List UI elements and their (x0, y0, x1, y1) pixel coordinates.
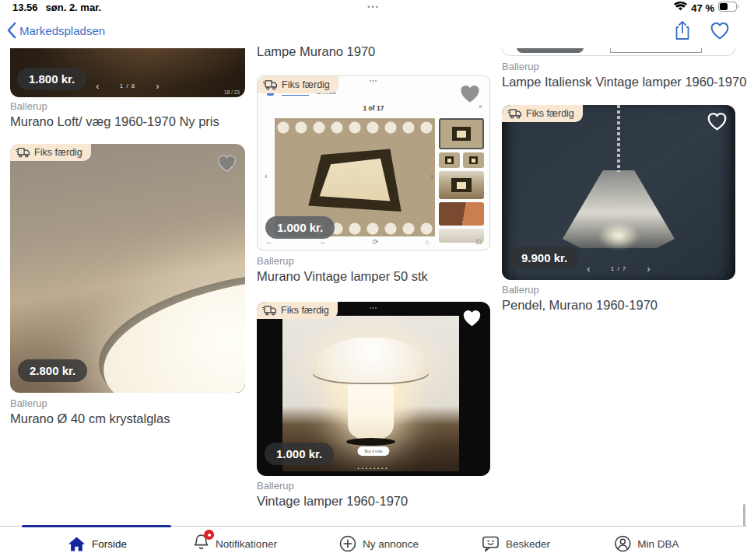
fiks-faerdig-badge: Fiks færdig (258, 76, 338, 93)
home-indicator-dots-icon: ••• (367, 3, 379, 11)
favorite-heart-button[interactable] (461, 308, 482, 331)
tab-label: Notifikationer (216, 538, 277, 550)
clock: 13.56 (12, 2, 38, 13)
lamp-base (346, 438, 396, 446)
favorite-heart-button[interactable] (707, 111, 728, 134)
tab-label: Forside (92, 538, 127, 550)
favorites-heart-button[interactable] (710, 21, 730, 43)
cut-button (610, 48, 702, 53)
browser-toolbar: ← → ⟳ ⌂ ⊡ (265, 238, 482, 246)
cut-price-badge (517, 48, 584, 53)
navigation-bar: Markedspladsen (0, 16, 747, 48)
clock-and-date: 13.56søn. 2. mar. (12, 2, 101, 13)
listing-location: Ballerup (10, 397, 170, 409)
browser-forward-icon: → (319, 238, 326, 246)
listing-title: Murano Ø 40 cm krystalglas (10, 411, 170, 425)
plus-circle-icon (339, 535, 356, 552)
lamp-dome (313, 338, 430, 383)
fiks-faerdig-label: Fiks færdig (281, 305, 329, 316)
tab-label: Ny annonce (363, 538, 419, 550)
profile-icon (614, 535, 631, 552)
date: søn. 2. mar. (46, 2, 102, 13)
listing-image-lamper-50-stk[interactable]: ••• DEUTSCH DANSK 1 of 17 × ‹ › (257, 75, 490, 250)
status-bar: 13.56søn. 2. mar. ••• 47 % (0, 0, 747, 16)
listing-title: Pendel, Murano 1960-1970 (502, 298, 658, 312)
fiks-faerdig-label: Fiks færdig (526, 108, 574, 119)
thumbnail (439, 202, 484, 226)
tab-beskeder[interactable]: Beskeder (482, 527, 550, 560)
thumbnail (439, 118, 484, 149)
share-button[interactable] (674, 20, 691, 44)
listing-meta-italiensk[interactable]: Ballerup Lampe Italiensk Vintage lamper … (502, 61, 746, 89)
tab-min-dba[interactable]: Min DBA (614, 527, 679, 560)
thumbnail-strip (439, 118, 484, 243)
carousel-prev-icon[interactable]: ‹ (587, 264, 590, 274)
wifi-icon (674, 2, 687, 14)
battery-percent: 47 % (691, 2, 714, 14)
buy-it-now-button: Buy it now (357, 446, 389, 456)
listing-title: Lampe Murano 1970 (257, 44, 375, 58)
price-badge: 9.900 kr. (510, 247, 579, 269)
carousel-next-icon[interactable]: › (156, 81, 159, 91)
photo-counter: 18 / 23 (224, 89, 240, 95)
browser-reload-icon: ⟳ (373, 238, 379, 246)
listing-meta-lampe-murano[interactable]: Lampe Murano 1970 (257, 44, 375, 59)
listing-meta-krystalglas[interactable]: Ballerup Murano Ø 40 cm krystalglas (10, 397, 170, 426)
notification-badge (204, 530, 214, 540)
browser-back-icon: ← (265, 238, 272, 246)
thumbnail (439, 171, 484, 199)
listing-image-pendel[interactable]: Fiks færdig 9.900 kr. ‹ 1 / 7 › (502, 105, 735, 280)
dba-marketplace-screen: 13.56søn. 2. mar. ••• 47 % Markedspladse… (0, 0, 747, 560)
tab-label: Min DBA (637, 538, 679, 550)
tab-ny-annonce[interactable]: Ny annonce (339, 527, 419, 560)
listing-title: Lampe Italiensk Vintage lamper 1960-1970 (502, 75, 746, 89)
carousel-next-icon[interactable]: › (647, 264, 650, 274)
back-button[interactable]: Markedspladsen (6, 22, 105, 39)
ceiling-lamp-glow (93, 258, 245, 393)
listing-meta-vintage-lamper[interactable]: Ballerup Vintage lamper 1960-1970 (257, 480, 408, 509)
favorite-heart-button[interactable] (458, 82, 482, 107)
listing-meta-murano-loft[interactable]: Ballerup Murano Loft/ væg 1960-1970 Ny p… (10, 100, 219, 129)
tab-forside[interactable]: Forside (68, 527, 127, 560)
fiks-faerdig-label: Fiks færdig (34, 147, 82, 158)
listing-image-krystalglas[interactable]: Fiks færdig 2.800 kr. (10, 144, 245, 393)
delivery-truck-icon (507, 108, 522, 119)
favorite-heart-button[interactable] (216, 153, 237, 176)
battery-icon (718, 2, 739, 14)
listing-location: Ballerup (257, 255, 428, 267)
carousel-prev-icon[interactable]: ‹ (96, 81, 99, 91)
fiks-faerdig-badge: Fiks færdig (257, 302, 338, 319)
price-badge: 2.800 kr. (18, 359, 87, 382)
pendant-chain (617, 105, 620, 172)
listing-location: Ballerup (10, 100, 219, 112)
browser-tabs-icon: ⊡ (475, 238, 482, 246)
bottom-tab-bar: Forside Notifikationer Ny annonce Besked… (0, 526, 747, 560)
listing-title: Murano Loft/ væg 1960-1970 Ny pris (10, 114, 219, 128)
listing-title: Vintage lamper 1960-1970 (257, 494, 408, 508)
listing-title: Murano Vintage lamper 50 stk (257, 269, 428, 283)
thumbnail (439, 152, 460, 168)
thumbnail (463, 152, 484, 168)
lamp-stem (348, 380, 394, 440)
pendant-glow (598, 222, 640, 250)
listing-image-italiensk-cut[interactable] (502, 48, 735, 56)
listing-meta-pendel[interactable]: Ballerup Pendel, Murano 1960-1970 (502, 284, 658, 313)
tab-notifikationer[interactable]: Notifikationer (193, 527, 277, 560)
glass-tube-texture (275, 118, 435, 138)
price-badge: 1.000 kr. (265, 443, 334, 465)
listing-image-vintage-lamper[interactable]: ••• Buy it now •••••••• Fiks færdig 1.00… (257, 302, 490, 476)
back-label: Markedspladsen (19, 24, 105, 37)
screenshot-next-icon: › (430, 171, 433, 180)
delivery-truck-icon (263, 79, 278, 90)
price-badge: 1.000 kr. (265, 216, 335, 239)
listing-location: Ballerup (502, 284, 658, 296)
listing-location: Ballerup (257, 480, 408, 492)
back-chevron-icon (6, 22, 16, 39)
pager-dots-icon: •••••••• (358, 466, 390, 471)
carousel-position: 1 / 7 (611, 265, 627, 272)
carousel-position: 1 / 8 (120, 82, 136, 89)
listing-meta-lamper-50-stk[interactable]: Ballerup Murano Vintage lamper 50 stk (257, 255, 428, 284)
listing-image-murano-loft[interactable]: 1.800 kr. ‹ 1 / 8 › 18 / 23 (10, 48, 245, 97)
screenshot-prev-icon: ‹ (265, 171, 268, 180)
delivery-truck-icon (262, 305, 277, 316)
